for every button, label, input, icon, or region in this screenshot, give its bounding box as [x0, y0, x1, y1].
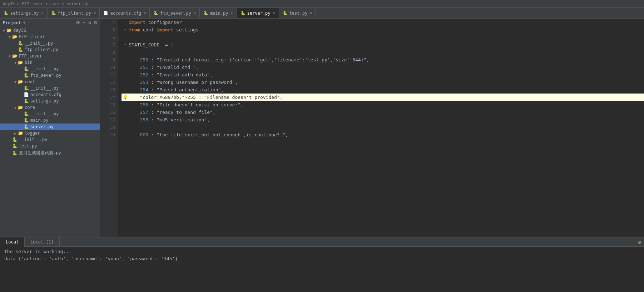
tree-label-core_dir: core: [25, 105, 35, 110]
code-line-5[interactable]: ▼from conf import settings: [122, 26, 644, 34]
settings-icon[interactable]: ⚙: [88, 20, 91, 25]
tree-icon-ftp_sever_py: 🐍: [24, 73, 29, 78]
tree-icon-conf_dir: 📂: [18, 79, 23, 84]
tree-item-conf_dir[interactable]: ▼📂conf: [0, 79, 100, 85]
line-number-19: 19: [100, 131, 115, 139]
tree-item-ftp_client_py[interactable]: 🐍ftp_client.py: [0, 46, 100, 53]
tree-item-init3[interactable]: 🐍__init__.py: [0, 85, 100, 91]
tree-arrow-bin_dir: ▼: [13, 61, 18, 65]
line-number-12: 12: [100, 79, 115, 86]
fold-icon[interactable]: ▼: [124, 41, 126, 49]
tree-item-init2[interactable]: 🐍__init__.py: [0, 66, 100, 72]
tree-item-day36[interactable]: ▼📂day36: [0, 27, 100, 34]
tab-close-settings[interactable]: ×: [41, 11, 43, 15]
code-line-9[interactable]: 250 : "Invalid cmd format, e.g: {'action…: [122, 56, 644, 64]
line-number-7: 7: [100, 41, 115, 49]
tab-close-accounts[interactable]: ×: [144, 11, 146, 15]
code-line-13[interactable]: 254 : "Passed authentication",: [122, 86, 644, 94]
code-line-17[interactable]: 258 : "md5 verification",: [122, 116, 644, 124]
tree-label-init4: __init__.py: [30, 111, 59, 116]
tab-close-server[interactable]: ×: [273, 11, 275, 15]
tree-item-main_py[interactable]: 🐍main.py: [0, 117, 100, 124]
tree-item-accounts_cfg[interactable]: 📄accounts.cfg: [0, 91, 100, 98]
tree-item-bin_dir[interactable]: ▼📂bin: [0, 59, 100, 66]
tab-icon-test: 🐍: [283, 11, 288, 15]
code-content-4: import configparser: [129, 19, 182, 26]
tab-label-test: test.py: [289, 11, 308, 16]
terminal-content: the server is working...data {'action': …: [0, 247, 644, 292]
tree-arrow-ftp_client_dir: ▼: [7, 35, 12, 39]
code-line-16[interactable]: 257 : "ready to send file",: [122, 109, 644, 116]
code-line-8[interactable]: [122, 49, 644, 56]
line-number-18: 18: [100, 124, 115, 131]
tree-item-init5[interactable]: 🐍__init__.py: [0, 136, 100, 143]
tree-item-server_py[interactable]: 🐍server.py: [0, 124, 100, 130]
tree-item-test_py[interactable]: 🐍test.py: [0, 143, 100, 149]
tab-close-ftp_sever[interactable]: ×: [194, 11, 196, 15]
tab-settings[interactable]: 🐍settings.py×: [0, 8, 48, 19]
sort-icon[interactable]: ⊟: [94, 20, 97, 25]
add-icon[interactable]: +: [83, 20, 86, 25]
line-number-17: 17: [100, 116, 115, 124]
fold-icon[interactable]: ▼: [124, 26, 126, 34]
code-line-19[interactable]: 800 : "the file exist,but not enough ,is…: [122, 131, 644, 139]
tree-item-ftp_sever_dir[interactable]: ▼📂FTP_sever: [0, 53, 100, 59]
terminal-gear-icon[interactable]: ⚙: [635, 239, 644, 245]
tab-main[interactable]: 🐍main.py×: [200, 8, 237, 19]
tree-label-ftp_client_dir: FTP_client: [19, 34, 45, 39]
tab-accounts[interactable]: 📄accounts.cfg×: [100, 8, 150, 19]
code-line-10[interactable]: 251 : "Invalid cmd ",: [122, 64, 644, 71]
code-line-15[interactable]: 256 : "File doesn't exist on server",: [122, 101, 644, 109]
code-content-13: 254 : "Passed authentication",: [129, 86, 224, 94]
tree-icon-init2: 🐍: [24, 66, 29, 71]
editor-area: 45678910111213141516171819 import config…: [100, 19, 644, 237]
tree-label-ftp_client_py: ftp_client.py: [25, 47, 58, 52]
tab-icon-ftp_sever: 🐍: [153, 11, 158, 15]
tab-ftp_sever[interactable]: 🐍ftp_sever.py×: [150, 8, 200, 19]
tree-arrow-logger_dir: ▶: [13, 131, 18, 135]
tab-icon-server: 🐍: [241, 11, 246, 15]
terminal-tab-local1[interactable]: Local (1): [25, 237, 60, 247]
code-content-10: 251 : "Invalid cmd ",: [129, 64, 199, 71]
tree-item-settings_py[interactable]: 🐍settings.py: [0, 98, 100, 104]
bulb-icon[interactable]: 💡: [123, 94, 128, 101]
line-number-16: 16: [100, 109, 115, 116]
tree-item-core_dir[interactable]: ▼📂core: [0, 104, 100, 111]
tree-item-init1[interactable]: 🐍__init__.py: [0, 40, 100, 46]
code-line-18[interactable]: [122, 124, 644, 131]
code-line-14[interactable]: 💡 "color:#6897bb;">255 : "Filename doesn…: [122, 94, 644, 101]
code-lines[interactable]: import configparser▼from conf import set…: [118, 19, 644, 237]
code-line-11[interactable]: 252 : "Invalid auth data",: [122, 71, 644, 79]
tree-icon-init5: 🐍: [12, 137, 18, 142]
terminal-tabs: Local Local (1) ⚙: [0, 237, 644, 247]
tab-icon-ftp_client: 🐍: [51, 11, 56, 15]
tab-close-test[interactable]: ×: [310, 11, 312, 15]
tab-icon-accounts: 📄: [103, 11, 108, 15]
tree-item-init4[interactable]: 🐍__init__.py: [0, 111, 100, 117]
code-line-7[interactable]: ▼STATUS_CODE = {: [122, 41, 644, 49]
tab-ftp_client[interactable]: 🐍ftp_client.py×: [48, 8, 100, 19]
code-content-14: "color:#6897bb;">255 : "Filename doesn't…: [129, 94, 283, 101]
tree-item-ftp_client_dir[interactable]: ▼📂FTP_client: [0, 34, 100, 40]
terminal-tab-local[interactable]: Local: [0, 237, 25, 247]
code-line-6[interactable]: [122, 34, 644, 41]
line-number-11: 11: [100, 71, 115, 79]
bottom-panel: Local Local (1) ⚙ the server is working.…: [0, 237, 644, 292]
tree-item-review_py[interactable]: 🐍复习生成器迭代器.py: [0, 149, 100, 157]
code-content-12: 253 : "Wrong username or password",: [129, 79, 238, 86]
code-line-12[interactable]: 253 : "Wrong username or password",: [122, 79, 644, 86]
tab-close-main[interactable]: ×: [231, 11, 233, 15]
tree-label-day36: day36: [13, 28, 26, 33]
tree-item-ftp_sever_py[interactable]: 🐍ftp_sever.py: [0, 72, 100, 79]
tab-close-ftp_client[interactable]: ×: [94, 11, 96, 15]
line-number-14: 14: [100, 94, 115, 101]
tab-test[interactable]: 🐍test.py×: [279, 8, 316, 19]
tree-label-main_py: main.py: [30, 118, 49, 123]
tab-server[interactable]: 🐍server.py×: [237, 8, 279, 19]
code-content-16: 257 : "ready to send file",: [129, 109, 216, 116]
tree-item-logger_dir[interactable]: ▶📁logger: [0, 130, 100, 136]
sync-icon[interactable]: ⟳: [76, 20, 80, 25]
code-line-4[interactable]: import configparser: [122, 19, 644, 26]
line-gutter-7: ▼: [122, 41, 129, 49]
line-numbers: 45678910111213141516171819: [100, 19, 118, 237]
